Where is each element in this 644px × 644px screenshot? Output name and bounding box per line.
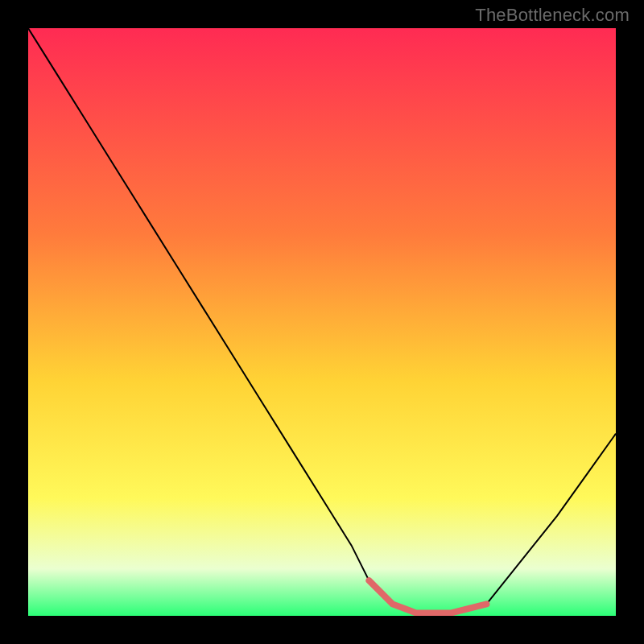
gradient-background <box>28 28 616 616</box>
watermark-text: TheBottleneck.com <box>475 5 630 26</box>
chart-svg <box>28 28 616 616</box>
chart-plot-area <box>28 28 616 616</box>
